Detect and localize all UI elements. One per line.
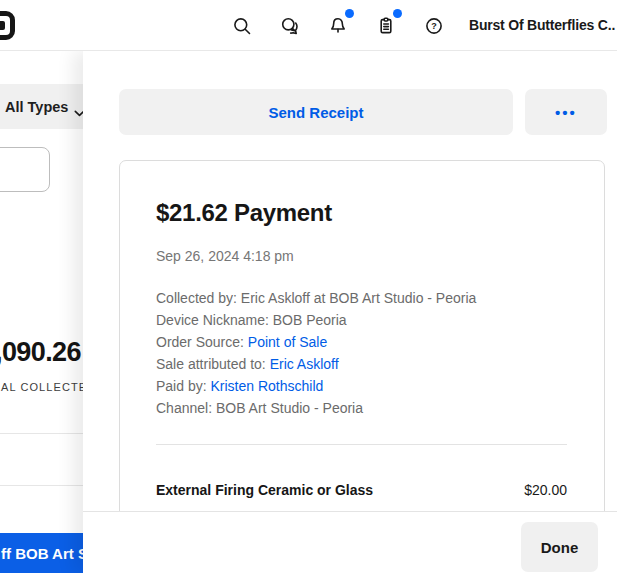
panel-footer: Done — [83, 511, 617, 573]
svg-text:?: ? — [431, 21, 437, 31]
line-item-row: External Firing Ceramic or Glass $20.00 — [156, 482, 567, 498]
detail-label: Collected by: — [156, 290, 241, 306]
detail-value: Eric Askloff at BOB Art Studio - Peoria — [241, 290, 477, 306]
banner-text: ff BOB Art St — [1, 545, 83, 562]
detail-value: BOB Peoria — [273, 312, 347, 328]
line-item-price: $20.00 — [524, 482, 567, 498]
detail-label: Paid by: — [156, 378, 210, 394]
total-collected-amount: ,090.26 — [0, 337, 81, 368]
detail-row-sale-attributed: Sale attributed to: Eric Askloff — [156, 353, 567, 375]
detail-label: Device Nickname: — [156, 312, 273, 328]
detail-row-paid-by: Paid by: Kristen Rothschild — [156, 375, 567, 397]
messages-icon — [280, 16, 300, 36]
messages-button[interactable] — [278, 14, 302, 38]
square-logo-dot — [0, 21, 5, 30]
detail-label: Order Source: — [156, 334, 248, 350]
detail-label: Sale attributed to: — [156, 356, 270, 372]
top-navigation-bar: ? Burst Of Butterflies C.. — [0, 0, 617, 51]
detail-label: Channel: — [156, 400, 216, 416]
square-logo[interactable] — [0, 11, 15, 40]
notifications-badge-dot — [345, 9, 354, 18]
send-receipt-button[interactable]: Send Receipt — [119, 89, 513, 135]
detail-row-channel: Channel: BOB Art Studio - Peoria — [156, 397, 567, 419]
search-button[interactable] — [230, 14, 254, 38]
sale-attributed-link[interactable]: Eric Askloff — [270, 356, 339, 372]
detail-value: BOB Art Studio - Peoria — [216, 400, 363, 416]
help-button[interactable]: ? — [422, 14, 446, 38]
more-options-button[interactable]: ••• — [525, 89, 607, 135]
payment-detail-panel: Send Receipt ••• $21.62 Payment Sep 26, … — [83, 51, 617, 573]
notifications-button[interactable] — [326, 14, 350, 38]
search-input-box[interactable] — [0, 147, 50, 192]
payment-title: $21.62 Payment — [156, 199, 567, 227]
divider — [0, 433, 83, 434]
order-source-link[interactable]: Point of Sale — [248, 334, 327, 350]
divider — [156, 444, 567, 445]
detail-row-order-source: Order Source: Point of Sale — [156, 331, 567, 353]
payment-timestamp: Sep 26, 2024 4:18 pm — [156, 248, 567, 264]
detail-row-device-nickname: Device Nickname: BOB Peoria — [156, 309, 567, 331]
done-button[interactable]: Done — [521, 522, 598, 572]
line-item-name: External Firing Ceramic or Glass — [156, 482, 373, 498]
setup-guide-badge-dot — [393, 9, 402, 18]
filter-label: All Types — [5, 99, 68, 115]
selected-transaction-banner[interactable]: ff BOB Art St — [0, 533, 83, 573]
search-icon — [232, 16, 252, 36]
setup-guide-button[interactable] — [374, 14, 398, 38]
payment-details: Collected by: Eric Askloff at BOB Art St… — [156, 287, 567, 419]
paid-by-link[interactable]: Kristen Rothschild — [210, 378, 323, 394]
bell-icon — [328, 16, 348, 36]
business-name[interactable]: Burst Of Butterflies C.. — [469, 17, 617, 37]
clipboard-list-icon — [376, 16, 396, 36]
question-mark-icon: ? — [424, 16, 444, 36]
total-collected-label: AL COLLECTE — [1, 381, 87, 393]
detail-row-collected-by: Collected by: Eric Askloff at BOB Art St… — [156, 287, 567, 309]
divider — [0, 485, 83, 486]
